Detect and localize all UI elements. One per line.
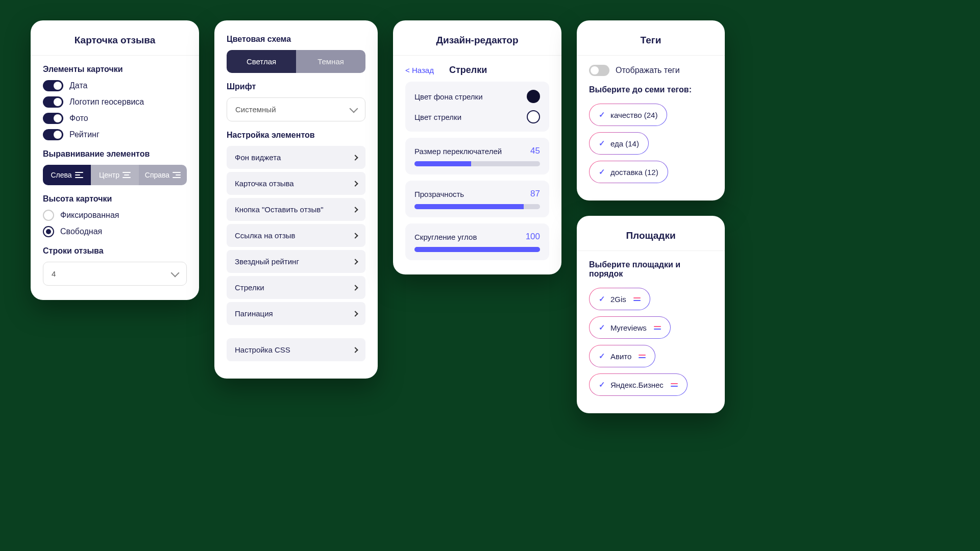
drag-handle-icon[interactable] — [639, 355, 646, 358]
toggle-switch-icon — [43, 80, 63, 91]
nav-label: Стрелки — [235, 283, 264, 292]
platform-chip-avito[interactable]: ✓Авито — [589, 345, 655, 367]
align-center-button[interactable]: Центр — [91, 165, 139, 185]
radius-slider[interactable] — [414, 247, 540, 252]
row-opacity: Прозрачность 87 — [414, 189, 540, 199]
slider-fill — [414, 247, 540, 252]
toggle-label: Отображать теги — [616, 66, 680, 75]
nav-star-rating[interactable]: Звездный рейтинг — [227, 250, 365, 273]
nav-label: Ссылка на отзыв — [235, 231, 296, 240]
design-editor-panel: Дизайн-редактор < Назад Стрелки Цвет фон… — [393, 20, 561, 274]
nav-label: Настройка CSS — [235, 345, 290, 354]
check-icon: ✓ — [599, 294, 605, 304]
tag-chip-quality[interactable]: ✓качество (24) — [589, 104, 667, 126]
opacity-block: Прозрачность 87 — [405, 181, 549, 217]
chevron-right-icon — [352, 347, 358, 353]
divider — [577, 251, 725, 251]
divider — [577, 55, 725, 56]
nav-label: Пагинация — [235, 309, 273, 318]
toggle-label: Логотип геосервиса — [69, 97, 144, 107]
toggle-switch-icon — [589, 65, 609, 76]
lines-select[interactable]: 4 — [43, 262, 187, 286]
toggle-show-tags[interactable]: Отображать теги — [589, 65, 713, 76]
nav-widget-bg[interactable]: Фон виджета — [227, 146, 365, 169]
drag-handle-icon[interactable] — [633, 297, 641, 301]
nav-arrows[interactable]: Стрелки — [227, 276, 365, 299]
platform-chip-2gis[interactable]: ✓2Gis — [589, 288, 650, 310]
check-icon: ✓ — [599, 110, 605, 119]
chevron-right-icon — [352, 207, 358, 212]
drag-handle-icon[interactable] — [671, 383, 678, 387]
nav-label: Кнопка "Оставить отзыв" — [235, 205, 323, 214]
chip-label: качество (24) — [610, 111, 657, 119]
toggle-date[interactable]: Дата — [43, 80, 187, 91]
align-label: Справа — [145, 171, 169, 179]
chevron-right-icon — [352, 181, 358, 186]
nav-pagination[interactable]: Пагинация — [227, 302, 365, 325]
nav-leave-review-btn[interactable]: Кнопка "Оставить отзыв" — [227, 198, 365, 221]
panel-title: Теги — [589, 35, 713, 46]
radio-fixed[interactable]: Фиксированная — [43, 210, 187, 221]
row-label: Цвет фона стрелки — [414, 92, 483, 101]
align-label: Центр — [99, 171, 119, 179]
theme-segmented: Светлая Темная — [227, 50, 365, 73]
opacity-slider[interactable] — [414, 204, 540, 209]
theme-light-button[interactable]: Светлая — [227, 50, 296, 73]
tag-chip-delivery[interactable]: ✓доставка (12) — [589, 161, 668, 183]
nav-review-card[interactable]: Карточка отзыва — [227, 172, 365, 195]
nav-review-link[interactable]: Ссылка на отзыв — [227, 224, 365, 247]
section-align-title: Выравнивание элементов — [43, 149, 187, 159]
toggle-rating[interactable]: Рейтинг — [43, 129, 187, 140]
chevron-right-icon — [352, 233, 358, 238]
nav-label: Звездный рейтинг — [235, 257, 299, 266]
row-value: 87 — [530, 189, 540, 199]
back-link[interactable]: < Назад — [405, 66, 434, 74]
chip-label: Myreviews — [610, 323, 647, 332]
chip-label: Авито — [610, 352, 631, 361]
size-slider[interactable] — [414, 161, 540, 166]
platforms-panel: Площадки Выберите площадки и порядок ✓2G… — [577, 216, 725, 413]
nav-label: Фон виджета — [235, 153, 281, 162]
align-right-button[interactable]: Справа — [139, 165, 187, 185]
row-arrow-bg[interactable]: Цвет фона стрелки — [414, 90, 540, 103]
check-icon: ✓ — [599, 323, 605, 332]
slider-fill — [414, 204, 524, 209]
panel-title: Площадки — [589, 230, 713, 241]
row-arrow-color[interactable]: Цвет стрелки — [414, 110, 540, 123]
chevron-right-icon — [352, 311, 358, 316]
font-select[interactable]: Системный — [227, 97, 365, 121]
chip-label: 2Gis — [610, 295, 626, 304]
check-icon: ✓ — [599, 380, 605, 389]
nav-css-settings[interactable]: Настройка CSS — [227, 338, 365, 361]
section-font-title: Шрифт — [227, 82, 365, 91]
theme-dark-button[interactable]: Темная — [296, 50, 365, 73]
chevron-right-icon — [352, 285, 358, 290]
platforms-instruction: Выберите площадки и порядок — [589, 260, 713, 279]
toggle-switch-icon — [43, 129, 63, 140]
check-icon: ✓ — [599, 167, 605, 177]
toggle-switch-icon — [43, 96, 63, 108]
section-theme-title: Цветовая схема — [227, 35, 365, 44]
row-label: Цвет стрелки — [414, 113, 461, 121]
toggle-geoservice-logo[interactable]: Логотип геосервиса — [43, 96, 187, 108]
chevron-down-icon — [171, 268, 180, 277]
color-swatch-dark — [527, 90, 540, 103]
align-center-icon — [122, 172, 131, 178]
row-label: Скругление углов — [414, 233, 477, 241]
font-value: Системный — [235, 105, 276, 114]
align-left-icon — [75, 172, 83, 178]
row-radius: Скругление углов 100 — [414, 232, 540, 242]
platform-chip-myreviews[interactable]: ✓Myreviews — [589, 316, 671, 339]
radio-icon — [43, 210, 54, 221]
toggle-label: Дата — [69, 81, 87, 90]
platform-chip-yandex[interactable]: ✓Яндекс.Бизнес — [589, 373, 688, 396]
toggle-switch-icon — [43, 113, 63, 124]
toggle-label: Фото — [69, 114, 88, 123]
chip-label: еда (14) — [610, 139, 639, 148]
radio-free[interactable]: Свободная — [43, 226, 187, 237]
drag-handle-icon[interactable] — [654, 326, 661, 330]
section-height-title: Высота карточки — [43, 194, 187, 204]
tag-chip-food[interactable]: ✓еда (14) — [589, 132, 649, 155]
align-left-button[interactable]: Слева — [43, 165, 91, 185]
toggle-photo[interactable]: Фото — [43, 113, 187, 124]
